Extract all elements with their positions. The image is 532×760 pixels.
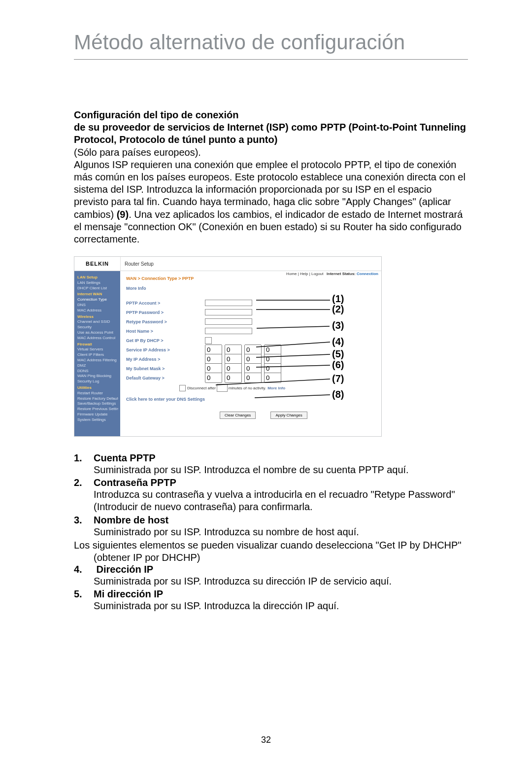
intro-heading-2: de su proveedor de servicios de Internet… xyxy=(74,122,466,145)
list-number: 3. xyxy=(74,515,94,526)
sidebar-item[interactable]: LAN Settings xyxy=(77,280,118,286)
sidebar-item[interactable]: MAC Address Control xyxy=(77,336,118,341)
input-my-ip-1[interactable] xyxy=(205,354,222,364)
checkbox-disconnect[interactable] xyxy=(179,385,186,391)
list-item: 2.Contraseña PPTPIntroduzca su contraseñ… xyxy=(74,477,468,513)
disconnect-label-b: minutes of no activity. xyxy=(229,386,266,390)
mid-paragraph: Los siguientes elementos se pueden visua… xyxy=(74,539,468,564)
sidebar-item[interactable]: DHCP Client List xyxy=(77,286,118,291)
input-my-ip-4[interactable] xyxy=(264,354,281,364)
status-label: Internet Status: xyxy=(327,272,356,276)
sidebar-item[interactable]: Channel and SSID xyxy=(77,319,118,325)
input-my-ip-3[interactable] xyxy=(244,354,262,364)
sidebar-item[interactable]: DDNS xyxy=(77,369,118,374)
sidebar-heading: Utilities xyxy=(77,385,118,391)
input-pptp-password[interactable] xyxy=(205,309,252,315)
disconnect-label-a: Disconnect after xyxy=(187,386,216,390)
input-subnet-3[interactable] xyxy=(244,363,262,374)
input-gateway-4[interactable] xyxy=(264,373,281,383)
checkbox-get-ip-dhcp[interactable] xyxy=(205,337,212,344)
sidebar-item[interactable]: Security xyxy=(77,325,118,330)
list-title: Nombre de host xyxy=(94,515,168,525)
router-setup-label: Router Setup xyxy=(121,257,381,271)
brand-logo: BELKIN xyxy=(74,257,121,271)
sidebar-item[interactable]: Restore Factory Defaults xyxy=(77,396,118,402)
definition-list-1: 1.Cuenta PPTPSuministrada por su ISP. In… xyxy=(74,452,468,538)
list-number: 2. xyxy=(74,477,94,488)
sidebar-item[interactable]: DMZ xyxy=(77,363,118,369)
intro-paragraph: Algunos ISP requieren una conexión que e… xyxy=(74,159,468,245)
label-host-name: Host Name > xyxy=(126,329,205,334)
sidebar: LAN SetupLAN SettingsDHCP Client ListInt… xyxy=(74,271,120,436)
list-title: Mi dirección IP xyxy=(94,588,163,599)
input-host-name[interactable] xyxy=(205,328,252,334)
input-gateway-3[interactable] xyxy=(244,373,262,383)
page-number: 32 xyxy=(0,735,532,745)
label-pptp-password: PPTP Password > xyxy=(126,310,205,315)
list-item: 5.Mi dirección IPSuministrada por su ISP… xyxy=(74,588,468,612)
input-service-ip-1[interactable] xyxy=(205,345,222,355)
input-subnet-4[interactable] xyxy=(264,363,281,374)
list-description: Suministrada por su ISP. Introduzca la d… xyxy=(74,600,468,612)
sidebar-item[interactable]: Firmware Update xyxy=(77,412,118,417)
apply-changes-button[interactable]: Apply Changes xyxy=(270,412,307,419)
label-pptp-account: PPTP Account > xyxy=(126,301,205,306)
sidebar-item[interactable]: MAC Address xyxy=(77,308,118,313)
nav-links[interactable]: Home | Help | Logout xyxy=(286,272,323,276)
list-title: Contraseña PPTP xyxy=(94,477,176,488)
label-get-ip-dhcp: Get IP By DHCP > xyxy=(126,338,205,343)
label-my-ip: My IP Address > xyxy=(126,357,205,362)
list-number: 1. xyxy=(74,452,94,464)
body-text: Configuración del tipo de conexión de su… xyxy=(74,109,468,245)
input-gateway-1[interactable] xyxy=(205,373,222,383)
label-gateway: Default Gateway > xyxy=(126,376,205,380)
list-description: Introduzca su contraseña y vuelva a intr… xyxy=(74,488,468,513)
sidebar-heading: Internet WAN xyxy=(77,292,118,297)
router-ui-figure: BELKIN Router Setup Home | Help | Logout… xyxy=(74,256,468,439)
sidebar-item[interactable]: Save/Backup Settings xyxy=(77,401,118,407)
more-info-link[interactable]: More Info xyxy=(126,286,374,291)
sidebar-item[interactable]: Restore Previous Settings xyxy=(77,407,118,412)
input-disconnect-minutes[interactable] xyxy=(217,384,228,392)
dns-settings-link[interactable]: Click here to enter your DNS Settings xyxy=(126,397,374,402)
sidebar-item[interactable]: MAC Address Filtering xyxy=(77,358,118,363)
top-links: Home | Help | Logout Internet Status: Co… xyxy=(286,272,378,276)
sidebar-heading: Firewall xyxy=(77,342,118,347)
input-subnet-2[interactable] xyxy=(225,363,242,374)
input-pptp-account[interactable] xyxy=(205,300,252,306)
list-title: Cuenta PPTP xyxy=(94,452,156,463)
sidebar-item[interactable]: WAN Ping Blocking xyxy=(77,374,118,379)
sidebar-item[interactable]: Restart Router xyxy=(77,391,118,396)
list-item: 3.Nombre de hostSuministrado por su ISP.… xyxy=(74,515,468,538)
page-title: Método alternativo de configuración xyxy=(74,31,468,54)
input-gateway-2[interactable] xyxy=(225,373,242,383)
sidebar-item[interactable]: DNS xyxy=(77,303,118,308)
sidebar-heading: LAN Setup xyxy=(77,275,118,280)
status-value: Connection xyxy=(357,272,378,276)
sidebar-item[interactable]: System Settings xyxy=(77,417,118,423)
intro-heading-1: Configuración del tipo de conexión xyxy=(74,109,238,120)
list-item: 1.Cuenta PPTPSuministrada por su ISP. In… xyxy=(74,452,468,476)
input-service-ip-4[interactable] xyxy=(264,345,281,355)
input-retype-password[interactable] xyxy=(205,318,252,325)
definition-list-2: 4. Dirección IPSuministrada por su ISP. … xyxy=(74,564,468,612)
sidebar-item[interactable]: Use as Access Point xyxy=(77,330,118,336)
input-service-ip-3[interactable] xyxy=(244,345,262,355)
list-description: Suministrado por su ISP. Introduzca su n… xyxy=(74,526,468,538)
sidebar-item[interactable]: Virtual Servers xyxy=(77,347,118,352)
label-service-ip: Service IP Address > xyxy=(126,347,205,352)
input-my-ip-2[interactable] xyxy=(225,354,242,364)
clear-changes-button[interactable]: Clear Changes xyxy=(220,412,256,419)
title-underline xyxy=(74,59,468,60)
list-title: Dirección IP xyxy=(94,564,153,575)
sidebar-item[interactable]: Client IP Filters xyxy=(77,352,118,358)
disconnect-more-info[interactable]: More Info xyxy=(267,386,285,390)
sidebar-item[interactable]: Security Log xyxy=(77,379,118,384)
sidebar-item[interactable]: Connection Type xyxy=(77,297,118,303)
document-page: Método alternativo de configuración Conf… xyxy=(0,0,532,760)
input-service-ip-2[interactable] xyxy=(225,345,242,355)
input-subnet-1[interactable] xyxy=(205,363,222,374)
list-number: 5. xyxy=(74,588,94,600)
list-description: Suministrada por su ISP. Introduzca su d… xyxy=(74,575,468,587)
list-number: 4. xyxy=(74,564,94,575)
